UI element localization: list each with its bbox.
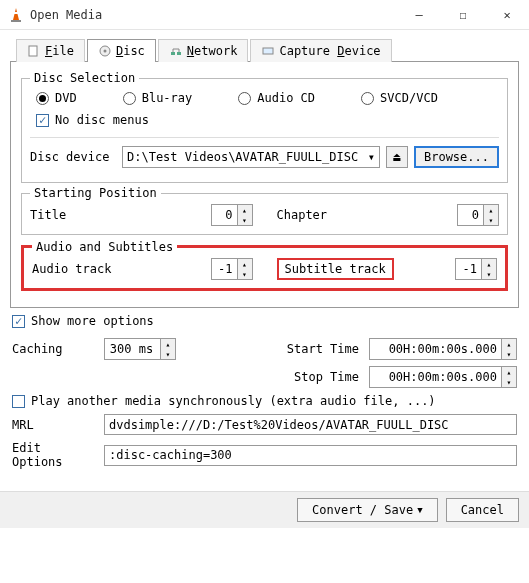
- disc-device-label: Disc device: [30, 150, 116, 164]
- group-disc-selection: Disc Selection DVD Blu-ray Audio CD SVCD…: [21, 78, 508, 183]
- chapter-input[interactable]: [457, 204, 483, 226]
- radio-audiocd[interactable]: Audio CD: [238, 91, 315, 105]
- subtitle-track-input[interactable]: [455, 258, 481, 280]
- chapter-spin[interactable]: ▴▾: [457, 204, 499, 226]
- spin-down-icon[interactable]: ▾: [238, 215, 252, 225]
- group-title-starting-position: Starting Position: [30, 186, 161, 200]
- audio-track-spin[interactable]: ▴▾: [211, 258, 253, 280]
- mrl-label: MRL: [12, 418, 98, 432]
- check-no-disc-menus[interactable]: ✓ No disc menus: [30, 113, 499, 127]
- spin-up-icon[interactable]: ▴: [502, 339, 516, 349]
- radio-dvd[interactable]: DVD: [36, 91, 77, 105]
- file-icon: [27, 44, 41, 58]
- close-button[interactable]: ✕: [485, 0, 529, 30]
- tab-disc[interactable]: Disc: [87, 39, 156, 62]
- dialog-buttons: Convert / Save ▼ Cancel: [0, 491, 529, 528]
- radio-dot-icon: [36, 92, 49, 105]
- cancel-button[interactable]: Cancel: [446, 498, 519, 522]
- start-time-input[interactable]: [369, 338, 501, 360]
- caching-spin[interactable]: ▴▾: [104, 338, 176, 360]
- stop-time-spin[interactable]: ▴▾: [369, 366, 517, 388]
- caching-label: Caching: [12, 342, 98, 356]
- check-show-more-options[interactable]: ✓ Show more options: [12, 314, 517, 328]
- radio-bluray[interactable]: Blu-ray: [123, 91, 193, 105]
- group-title-disc-selection: Disc Selection: [30, 71, 139, 85]
- window-title: Open Media: [30, 8, 397, 22]
- subtitle-track-spin[interactable]: ▴▾: [455, 258, 497, 280]
- chevron-down-icon: ▾: [368, 150, 375, 164]
- minimize-button[interactable]: —: [397, 0, 441, 30]
- radio-dot-icon: [361, 92, 374, 105]
- disc-panel: Disc Selection DVD Blu-ray Audio CD SVCD…: [10, 62, 519, 308]
- start-time-spin[interactable]: ▴▾: [369, 338, 517, 360]
- audio-track-input[interactable]: [211, 258, 237, 280]
- eject-button[interactable]: ⏏: [386, 146, 408, 168]
- convert-save-button[interactable]: Convert / Save ▼: [297, 498, 438, 522]
- spin-down-icon[interactable]: ▾: [502, 349, 516, 359]
- edit-options-label: Edit Options: [12, 441, 98, 469]
- spin-down-icon[interactable]: ▾: [238, 269, 252, 279]
- tab-capture[interactable]: Capture Device: [250, 39, 391, 62]
- caching-input[interactable]: [104, 338, 160, 360]
- eject-icon: ⏏: [393, 150, 400, 164]
- vlc-icon: [8, 7, 24, 23]
- group-audio-subtitles: Audio and Subtitles Audio track ▴▾ Subti…: [21, 245, 508, 291]
- disc-device-value: D:\Test Videos\AVATAR_FUULL_DISC: [127, 150, 358, 164]
- radio-dot-icon: [238, 92, 251, 105]
- titlebar: Open Media — ☐ ✕: [0, 0, 529, 30]
- svg-rect-2: [11, 20, 21, 22]
- stop-time-label: Stop Time: [294, 370, 359, 384]
- subtitle-track-label: Subtitle track: [277, 258, 394, 280]
- title-label: Title: [30, 208, 110, 222]
- maximize-button[interactable]: ☐: [441, 0, 485, 30]
- spin-up-icon[interactable]: ▴: [161, 339, 175, 349]
- browse-button[interactable]: Browse...: [414, 146, 499, 168]
- chapter-label: Chapter: [277, 208, 357, 222]
- start-time-label: Start Time: [287, 342, 359, 356]
- disc-icon: [98, 44, 112, 58]
- radio-dot-icon: [123, 92, 136, 105]
- checkbox-icon: ✓: [12, 315, 25, 328]
- dropdown-icon: ▼: [417, 505, 422, 515]
- title-spin[interactable]: ▴▾: [211, 204, 253, 226]
- disc-device-combo[interactable]: D:\Test Videos\AVATAR_FUULL_DISC ▾: [122, 146, 380, 168]
- capture-icon: [261, 44, 275, 58]
- audio-track-label: Audio track: [32, 262, 112, 276]
- check-play-sync[interactable]: Play another media synchronously (extra …: [12, 394, 517, 408]
- edit-options-input[interactable]: :disc-caching=300: [104, 445, 517, 466]
- spin-up-icon[interactable]: ▴: [502, 367, 516, 377]
- spin-up-icon[interactable]: ▴: [482, 259, 496, 269]
- tab-network[interactable]: Network: [158, 39, 249, 62]
- svg-rect-1: [14, 12, 19, 14]
- title-input[interactable]: [211, 204, 237, 226]
- content-area: File Disc Network Capture Device Disc Se…: [0, 30, 529, 491]
- group-title-audio-subtitles: Audio and Subtitles: [32, 240, 177, 254]
- checkbox-icon: ✓: [36, 114, 49, 127]
- svg-point-5: [103, 50, 106, 53]
- spin-down-icon[interactable]: ▾: [502, 377, 516, 387]
- tab-file[interactable]: File: [16, 39, 85, 62]
- checkbox-icon: [12, 395, 25, 408]
- mrl-input[interactable]: dvdsimple:///D:/Test%20Videos/AVATAR_FUU…: [104, 414, 517, 435]
- svg-rect-6: [171, 52, 175, 55]
- tab-bar: File Disc Network Capture Device: [10, 38, 519, 62]
- radio-svcd[interactable]: SVCD/VCD: [361, 91, 438, 105]
- spin-up-icon[interactable]: ▴: [484, 205, 498, 215]
- spin-down-icon[interactable]: ▾: [484, 215, 498, 225]
- spin-down-icon[interactable]: ▾: [161, 349, 175, 359]
- spin-down-icon[interactable]: ▾: [482, 269, 496, 279]
- spin-up-icon[interactable]: ▴: [238, 259, 252, 269]
- group-starting-position: Starting Position Title ▴▾ Chapter: [21, 193, 508, 235]
- options-area: ✓ Show more options Caching ▴▾ Start Tim…: [10, 308, 519, 481]
- svg-rect-8: [263, 48, 273, 54]
- svg-rect-7: [177, 52, 181, 55]
- network-icon: [169, 44, 183, 58]
- spin-up-icon[interactable]: ▴: [238, 205, 252, 215]
- stop-time-input[interactable]: [369, 366, 501, 388]
- svg-rect-3: [29, 46, 37, 56]
